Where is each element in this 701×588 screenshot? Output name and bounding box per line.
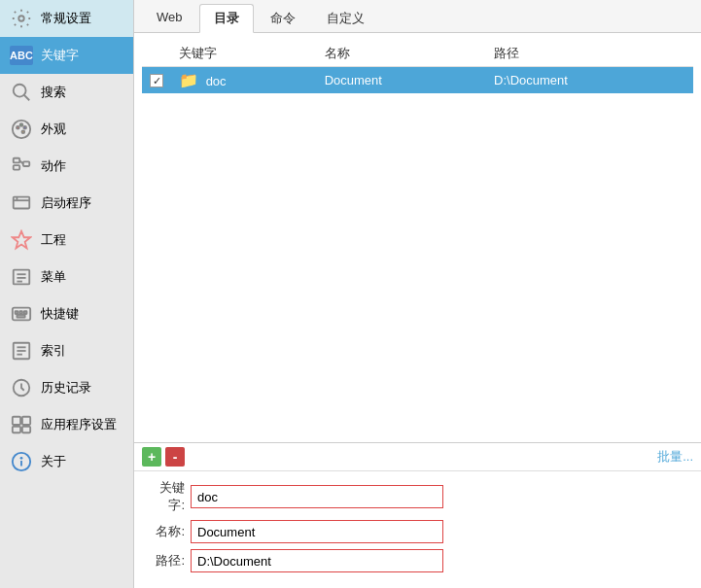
svg-rect-30 [13,417,20,425]
sidebar-item-menu[interactable]: 菜单 [0,259,133,295]
svg-rect-22 [19,311,22,314]
svg-point-6 [23,126,26,129]
sidebar-item-keyword[interactable]: ABC 关键字 [0,37,133,74]
add-button[interactable]: + [142,447,161,467]
svg-rect-24 [17,315,24,318]
svg-point-4 [17,126,19,129]
col-name: 名称 [317,41,486,67]
svg-point-0 [18,16,24,21]
sidebar-item-label-shortcut: 快捷键 [41,305,79,323]
row-checkbox-cell[interactable] [142,67,171,94]
search-icon [10,81,33,104]
sidebar-item-label-appearance: 外观 [41,121,66,138]
form-row-name: 名称: [146,520,689,543]
sidebar-item-label-history: 历史记录 [41,379,91,397]
sidebar-item-startup[interactable]: 启动程序 [0,185,133,222]
form-area: 关键字: 名称: 路径: [134,470,701,588]
index-icon [10,339,33,363]
tab-catalog[interactable]: 目录 [199,4,254,33]
svg-point-7 [21,130,24,133]
bottom-toolbar: + - 批量... [134,442,701,470]
keyword-table: 关键字 名称 路径 📁 doc Document D:\Document [142,41,693,93]
svg-rect-10 [23,161,29,166]
batch-link[interactable]: 批量... [657,448,693,466]
toolbar-buttons: + - [142,447,185,467]
path-input[interactable] [191,549,443,572]
history-icon [10,376,33,399]
col-path: 路径 [486,41,693,67]
folder-icon: 📁 [179,72,198,88]
menu-icon [10,265,33,289]
actions-icon [10,155,33,178]
sidebar-item-general[interactable]: 常规设置 [0,0,133,37]
sidebar-item-label-about: 关于 [41,453,66,470]
sidebar-item-label-appset: 应用程序设置 [41,416,117,433]
appset-icon [10,413,33,436]
abc-icon: ABC [10,44,33,67]
sidebar-item-label-menu: 菜单 [41,268,66,286]
form-row-path: 路径: [146,549,689,572]
form-row-keyword: 关键字: [146,479,689,514]
startup-icon [10,191,33,215]
tab-bar: Web 目录 命令 自定义 [134,0,701,33]
svg-line-11 [19,160,23,164]
tab-custom[interactable]: 自定义 [312,4,379,32]
col-keyword: 关键字 [171,41,317,67]
sidebar-item-about[interactable]: 关于 [0,443,133,480]
palette-icon [10,118,33,141]
table-row[interactable]: 📁 doc Document D:\Document [142,67,693,94]
svg-rect-23 [24,311,27,314]
keyword-input[interactable] [191,485,443,508]
sidebar-item-appset[interactable]: 应用程序设置 [0,406,133,443]
svg-rect-8 [14,158,19,163]
svg-rect-21 [16,311,18,314]
sidebar-item-label-search: 搜索 [41,84,66,101]
remove-button[interactable]: - [165,447,185,467]
sidebar-item-label-general: 常规设置 [41,10,91,27]
svg-marker-15 [13,231,30,248]
sidebar-item-label-keyword: 关键字 [41,47,79,64]
sidebar-item-index[interactable]: 索引 [0,332,133,369]
sidebar-item-label-project: 工程 [41,231,66,249]
sidebar-item-search[interactable]: 搜索 [0,74,133,111]
svg-rect-33 [22,427,30,432]
row-checkbox[interactable] [150,74,163,87]
svg-rect-32 [13,427,20,432]
svg-rect-31 [22,417,30,425]
sidebar: 常规设置 ABC 关键字 搜索 外观 [0,0,134,588]
row-keyword: 📁 doc [171,67,317,94]
svg-rect-9 [14,165,19,170]
main-content: Web 目录 命令 自定义 关键字 名称 路径 📁 [134,0,701,588]
sidebar-item-label-index: 索引 [41,342,66,360]
svg-rect-12 [14,197,30,209]
tab-web[interactable]: Web [142,4,197,32]
svg-point-1 [14,85,26,97]
keyword-label: 关键字: [146,479,185,514]
gear-icon [10,7,33,30]
name-label: 名称: [146,523,185,540]
shortcut-icon [10,302,33,326]
path-label: 路径: [146,552,185,570]
sidebar-item-actions[interactable]: 动作 [0,148,133,185]
row-path: D:\Document [486,67,693,94]
about-icon [10,450,33,473]
sidebar-item-history[interactable]: 历史记录 [0,369,133,406]
svg-line-2 [24,95,30,101]
sidebar-item-appearance[interactable]: 外观 [0,111,133,148]
name-input[interactable] [191,520,443,543]
project-icon [10,228,33,252]
tab-command[interactable]: 命令 [256,4,310,32]
sidebar-item-project[interactable]: 工程 [0,222,133,259]
sidebar-item-label-actions: 动作 [41,157,66,175]
row-name: Document [317,67,486,94]
svg-point-5 [20,123,23,126]
sidebar-item-shortcut[interactable]: 快捷键 [0,295,133,332]
col-check [142,41,171,67]
sidebar-item-label-startup: 启动程序 [41,194,91,212]
keyword-table-area: 关键字 名称 路径 📁 doc Document D:\Document [134,33,701,442]
